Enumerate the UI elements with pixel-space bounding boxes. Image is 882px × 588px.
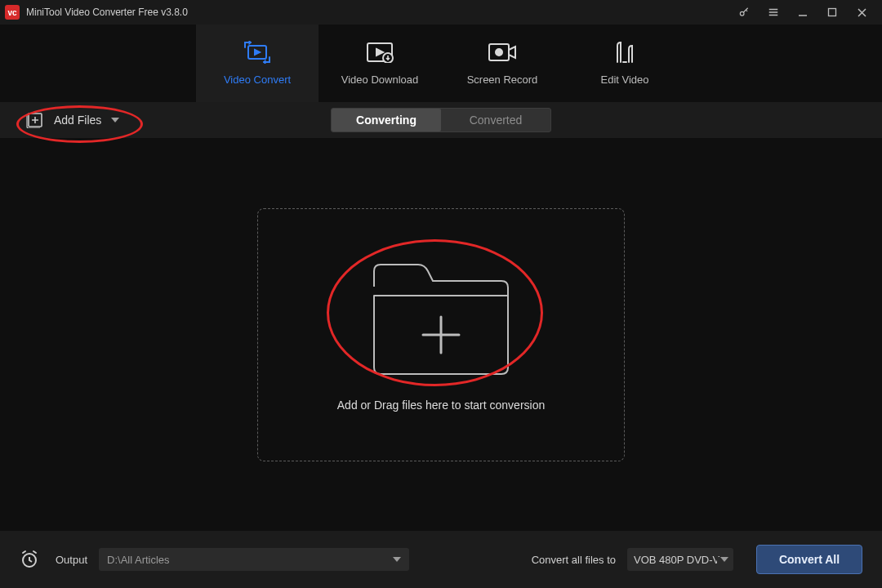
hamburger-menu-icon[interactable] — [768, 7, 779, 18]
action-bar: Add Files Converting Converted — [0, 102, 882, 138]
tab-converted[interactable]: Converted — [441, 109, 550, 131]
app-title: MiniTool Video Converter Free v3.8.0 — [26, 7, 188, 18]
tab-converting[interactable]: Converting — [332, 109, 441, 131]
convert-all-label: Convert all files to — [532, 554, 616, 566]
add-files-label: Add Files — [54, 114, 101, 127]
clock-icon[interactable] — [20, 550, 39, 569]
video-download-icon — [366, 41, 394, 64]
convert-all-button[interactable]: Convert All — [756, 545, 862, 574]
tab-video-convert[interactable]: Video Convert — [196, 24, 318, 102]
tab-screen-record[interactable]: Screen Record — [441, 24, 564, 102]
svg-rect-1 — [829, 9, 836, 16]
add-files-button[interactable]: Add Files — [0, 102, 134, 138]
svg-point-6 — [496, 49, 502, 56]
title-bar: vc MiniTool Video Converter Free v3.8.0 — [0, 0, 882, 24]
svg-point-0 — [740, 11, 744, 16]
nav-label: Video Convert — [224, 74, 291, 86]
output-format-select[interactable]: VOB 480P DVD-V — [627, 548, 733, 571]
video-convert-icon — [243, 41, 271, 64]
bottom-bar: Output D:\All Articles Convert all files… — [0, 531, 882, 588]
main-nav: Video Convert Video Download Screen Reco… — [0, 24, 882, 102]
license-key-icon[interactable] — [738, 7, 750, 18]
chevron-down-icon — [393, 557, 401, 563]
folder-add-icon — [368, 258, 514, 381]
drop-zone[interactable]: Add or Drag files here to start conversi… — [257, 208, 625, 461]
maximize-button[interactable] — [826, 7, 838, 18]
output-path-select[interactable]: D:\All Articles — [99, 548, 409, 571]
tab-video-download[interactable]: Video Download — [318, 24, 441, 102]
main-area: Add or Drag files here to start conversi… — [0, 138, 882, 531]
edit-video-icon — [612, 41, 637, 64]
conversion-status-tabs: Converting Converted — [331, 108, 551, 132]
close-button[interactable] — [856, 7, 867, 18]
chevron-down-icon — [717, 557, 728, 563]
tab-edit-video[interactable]: Edit Video — [564, 24, 686, 102]
format-value: VOB 480P DVD-V — [634, 554, 719, 566]
nav-label: Edit Video — [600, 74, 648, 86]
drop-zone-text: Add or Drag files here to start conversi… — [337, 399, 545, 412]
add-file-icon — [26, 112, 44, 128]
output-label: Output — [56, 554, 87, 566]
screen-record-icon — [488, 41, 517, 64]
output-path-value: D:\All Articles — [107, 554, 170, 566]
chevron-down-icon — [111, 117, 119, 123]
app-logo-icon: vc — [5, 5, 20, 20]
minimize-button[interactable] — [797, 7, 808, 18]
nav-label: Video Download — [341, 74, 418, 86]
nav-label: Screen Record — [467, 74, 538, 86]
